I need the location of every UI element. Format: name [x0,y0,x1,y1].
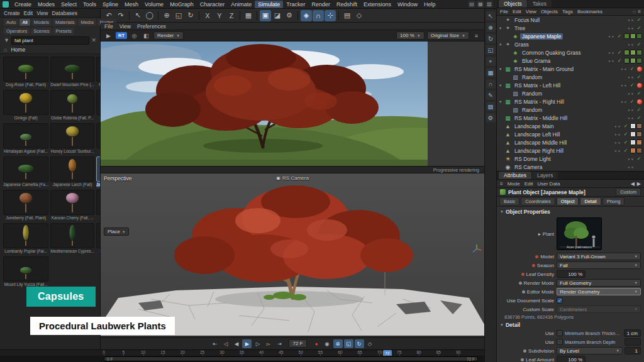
visibility-dots[interactable]: ●● [614,133,621,136]
menu-tools[interactable]: Tools [80,1,99,8]
object-row[interactable]: ▾▦RS Matrix - Right Hill●●✓ [497,97,644,106]
snapshot-icon[interactable]: ◎ [130,31,139,40]
place-tool-chip[interactable]: Place ▼ [104,228,129,236]
enabled-check-icon[interactable]: ✓ [636,25,642,31]
back-icon[interactable]: ◀ [631,181,635,187]
material-thumbnail[interactable] [624,50,630,55]
enabled-check-icon[interactable]: ✓ [623,140,629,145]
model-dropdown[interactable]: Variant 3 Full-Grown▼ [557,253,641,260]
material-thumbnail[interactable] [630,148,636,153]
visibility-dots[interactable]: ●● [628,43,635,47]
am-menu-user-data[interactable]: User Data [537,181,560,187]
asset-item[interactable]: Dwarf Mountain Pine (... [50,57,94,87]
record-parameter-button[interactable]: ◇ [365,339,375,348]
keyframe-dot[interactable] [535,255,538,258]
ab-subtab-presets[interactable]: Presets [53,28,74,35]
breadcrumb[interactable]: ⌂ Home [0,45,100,54]
asset-item[interactable]: Globe Robinia (Fall, P... [50,90,94,121]
asset-item[interactable]: Ginkgo (Fall) [3,90,48,121]
visibility-dots[interactable]: ●● [628,165,635,169]
enabled-check-icon[interactable]: ✓ [623,148,629,153]
redo-button[interactable]: ↷ [115,10,126,21]
play-render-icon[interactable]: ▶ [104,31,113,40]
scale-icon[interactable]: ◱ [486,45,496,55]
attr-tab-phong[interactable]: Phong [602,197,625,206]
record-scale-button[interactable]: ◱ [344,339,353,348]
keyframe-dot[interactable] [532,264,535,267]
coordinate-system-button[interactable]: ▦ [243,10,254,21]
move-icon[interactable]: ⊕ [486,23,496,32]
object-row[interactable]: ♣Japanese Maple●●✓ [497,32,644,40]
render-mode-dropdown[interactable]: Render ▼ [153,31,184,40]
magnet-button[interactable]: ∩ [313,10,324,21]
autokey-button[interactable]: ◉ [323,339,332,348]
enabled-check-icon[interactable]: ✓ [636,17,642,23]
visibility-dots[interactable]: ●● [621,100,628,104]
redshift-material-icon[interactable] [637,99,642,104]
object-row[interactable]: ▾⌖Tree●●✓ [497,24,644,32]
visibility-dots[interactable]: ●● [621,67,628,71]
goto-end-button[interactable]: ⇥ [274,339,284,348]
modeling-axis-button[interactable]: ◈ [301,10,312,21]
expand-arrow[interactable]: ▾ [499,67,504,72]
ab-menu-edit[interactable]: Edit [24,10,33,16]
material-thumbnail[interactable] [630,131,636,137]
render-options-icon[interactable]: ≡ [472,31,481,40]
material-thumbnail[interactable] [636,140,642,145]
ab-menu-view[interactable]: View [36,10,48,16]
grid-icon[interactable]: ▦ [486,68,496,77]
visibility-dots[interactable]: ●● [628,157,635,161]
asset-item[interactable]: Juneberry (Fall, Plant) [3,190,48,221]
material-thumbnail[interactable] [636,131,642,137]
object-row[interactable]: ⌖Focus Null●●✓ [497,16,644,24]
menu-tracker[interactable]: Tracker [283,1,308,8]
asset-item[interactable]: Kentia Palm (Fall) [96,190,100,221]
current-frame-field[interactable]: 72 F [289,339,306,348]
layout-split-icon[interactable]: ▦ [477,1,484,8]
expand-arrow[interactable]: ▾ [499,83,504,88]
tab-takes[interactable]: Takes [528,0,552,8]
enabled-check-icon[interactable]: ✓ [636,41,642,47]
enabled-check-icon[interactable]: ✓ [623,131,629,137]
magnet-icon[interactable]: ∩ [486,79,496,89]
move-button[interactable]: ⊕ [161,10,172,21]
redshift-material-icon[interactable] [637,67,642,72]
live-select-button[interactable]: ◯ [144,10,155,21]
visibility-dots[interactable]: ●● [628,116,635,120]
prev-frame-button[interactable]: ◀ [231,339,241,348]
keyframe-dot[interactable] [522,290,525,293]
menu-redshift[interactable]: Redshift [333,1,360,8]
select-button[interactable]: ↖ [132,10,143,21]
enabled-check-icon[interactable]: ✓ [629,99,635,104]
enabled-check-icon[interactable]: ✓ [623,123,629,129]
asset-item[interactable]: Jacaranda (Fall, Plant) [96,123,100,154]
subdivision-dropdown[interactable]: By Level▼ [557,347,623,354]
axis-x-button[interactable]: X [202,10,213,21]
tab-objects[interactable]: Objects [499,0,527,8]
material-thumbnail[interactable] [636,148,642,153]
use-checkbox[interactable] [557,330,563,336]
enabled-check-icon[interactable]: ✓ [636,156,642,162]
object-row[interactable]: ▾⌖Grass●●✓ [497,40,644,48]
layout-single-icon[interactable]: ▤ [468,1,475,8]
material-thumbnail[interactable] [624,58,630,63]
enabled-check-icon[interactable]: ✓ [636,115,642,121]
snap-button[interactable]: ⊹ [325,10,336,21]
subdivision-level-field[interactable]: 1 [625,347,641,354]
visibility-dots[interactable]: ●● [628,92,635,96]
menu-render[interactable]: Render [308,1,333,8]
visibility-dots[interactable]: ●● [628,75,635,79]
ab-menu-databases[interactable]: Databases [52,10,77,16]
tab-layers[interactable]: Layers [532,172,558,179]
attr-tab-detail[interactable]: Detail [580,197,601,206]
visibility-dots[interactable]: ●● [608,35,615,38]
expand-triangle-icon[interactable]: ▸ [538,231,541,237]
ab-menu-create[interactable]: Create [4,10,20,16]
ab-tab-media[interactable]: Media [78,19,96,26]
enabled-check-icon[interactable]: ✓ [636,107,642,112]
material-thumbnail[interactable] [636,123,642,129]
pen-icon[interactable]: ✎ [486,90,496,100]
asset-item[interactable]: Kanzan Cherry (Fall, ... [50,190,94,221]
search-input[interactable] [11,36,90,45]
attr-tab-object[interactable]: Object [557,197,579,206]
